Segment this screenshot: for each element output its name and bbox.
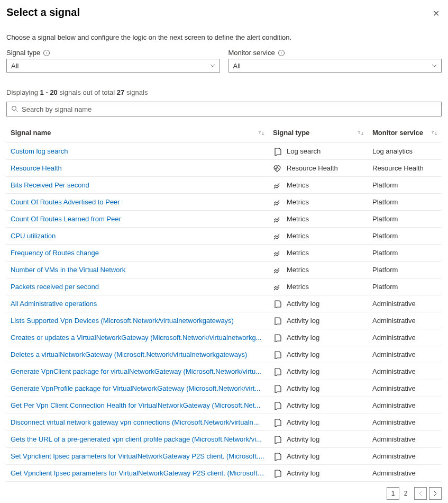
- monitor-service-cell: Administrative: [372, 317, 416, 325]
- table-row: Get Vpnclient Ipsec parameters for Virtu…: [6, 465, 442, 482]
- signal-link[interactable]: Frequency of Routes change: [11, 249, 99, 257]
- signal-link[interactable]: Set Vpnclient Ipsec parameters for Virtu…: [11, 452, 264, 460]
- signal-type-cell: Metrics: [287, 283, 309, 291]
- log-icon: [273, 401, 281, 410]
- signal-link[interactable]: Count Of Routes Advertised to Peer: [11, 198, 120, 206]
- log-icon: [273, 334, 281, 342]
- signal-type-value: All: [11, 62, 19, 70]
- signal-type-cell: Activity log: [287, 452, 319, 460]
- info-icon[interactable]: i: [43, 50, 50, 56]
- signal-link[interactable]: Disconnect virtual network gateway vpn c…: [11, 418, 259, 426]
- signal-link[interactable]: Custom log search: [11, 147, 68, 155]
- signal-link[interactable]: Resource Health: [11, 164, 62, 172]
- sort-icon: [358, 130, 364, 136]
- signal-type-label: Signal type: [6, 49, 40, 57]
- log-icon: [273, 418, 281, 427]
- signal-link[interactable]: Get Vpnclient Ipsec parameters for Virtu…: [11, 469, 264, 477]
- monitor-service-cell: Administrative: [372, 401, 416, 409]
- signal-type-cell: Activity log: [287, 418, 319, 426]
- info-icon[interactable]: i: [278, 50, 285, 56]
- table-row: Resource HealthResource HealthResource H…: [6, 160, 442, 177]
- monitor-service-cell: Administrative: [372, 469, 416, 477]
- table-row: Generate VpnProfile package for VirtualN…: [6, 380, 442, 397]
- column-header-name[interactable]: Signal name: [6, 129, 269, 137]
- table-row: All Administrative operationsActivity lo…: [6, 295, 442, 312]
- signal-link[interactable]: Bits Received Per second: [11, 181, 89, 189]
- column-header-service[interactable]: Monitor service: [368, 129, 442, 137]
- monitor-service-cell: Resource Health: [372, 164, 424, 172]
- monitor-service-cell: Log analytics: [372, 147, 413, 155]
- table-row: Frequency of Routes changeMetricsPlatfor…: [6, 245, 442, 262]
- metric-icon: [273, 249, 281, 257]
- table-row: Number of VMs in the Virtual NetworkMetr…: [6, 262, 442, 279]
- page-1-button[interactable]: 1: [387, 487, 399, 500]
- signal-type-cell: Activity log: [287, 384, 319, 392]
- table-row: Count Of Routes Learned from PeerMetrics…: [6, 211, 442, 228]
- log-icon: [273, 469, 281, 478]
- chevron-down-icon: [432, 64, 437, 67]
- signal-link[interactable]: Generate VpnClient package for virtualNe…: [11, 367, 261, 375]
- signal-type-cell: Activity log: [287, 334, 319, 342]
- signal-type-select[interactable]: All: [6, 59, 220, 73]
- signal-link[interactable]: Generate VpnProfile package for VirtualN…: [11, 384, 260, 392]
- close-button[interactable]: ✕: [431, 6, 442, 21]
- page-prev-button[interactable]: [414, 487, 427, 500]
- signal-link[interactable]: Deletes a virtualNetworkGateway (Microso…: [11, 351, 247, 358]
- search-input[interactable]: [22, 105, 437, 113]
- signal-link[interactable]: CPU utilization: [11, 232, 56, 240]
- monitor-service-cell: Administrative: [372, 300, 416, 308]
- search-input-wrapper[interactable]: [6, 102, 442, 116]
- table-row: Count Of Routes Advertised to PeerMetric…: [6, 194, 442, 211]
- signal-type-cell: Activity log: [287, 401, 319, 409]
- metric-icon: [273, 283, 281, 291]
- monitor-service-cell: Platform: [372, 198, 398, 206]
- signal-link[interactable]: All Administrative operations: [11, 300, 97, 308]
- signal-type-cell: Metrics: [287, 249, 309, 257]
- log-icon: [273, 367, 281, 376]
- log-icon: [273, 435, 281, 444]
- signal-link[interactable]: Gets the URL of a pre-generated vpn clie…: [11, 435, 262, 443]
- table-row: Set Vpnclient Ipsec parameters for Virtu…: [6, 448, 442, 465]
- signal-link[interactable]: Get Per Vpn Client Connection Health for…: [11, 401, 260, 409]
- monitor-service-cell: Platform: [372, 283, 398, 291]
- table-row: Generate VpnClient package for virtualNe…: [6, 363, 442, 380]
- monitor-service-cell: Administrative: [372, 384, 416, 392]
- signal-type-cell: Activity log: [287, 300, 319, 308]
- table-row: CPU utilizationMetricsPlatform: [6, 228, 442, 245]
- monitor-service-value: All: [233, 62, 241, 70]
- signal-link[interactable]: Lists Supported Vpn Devices (Microsoft.N…: [11, 317, 234, 325]
- monitor-service-label: Monitor service: [228, 49, 275, 57]
- monitor-service-select[interactable]: All: [228, 59, 442, 73]
- metric-icon: [273, 215, 281, 223]
- signal-link[interactable]: Packets received per second: [11, 283, 99, 291]
- signal-type-cell: Activity log: [287, 367, 319, 375]
- signal-type-cell: Activity log: [287, 435, 319, 443]
- page-next-button[interactable]: [429, 487, 442, 500]
- table-row: Gets the URL of a pre-generated vpn clie…: [6, 431, 442, 448]
- table-row: Disconnect virtual network gateway vpn c…: [6, 414, 442, 431]
- signal-link[interactable]: Count Of Routes Learned from Peer: [11, 215, 121, 223]
- signal-type-cell: Activity log: [287, 317, 319, 325]
- metric-icon: [273, 181, 281, 190]
- monitor-service-cell: Administrative: [372, 452, 416, 460]
- signal-link[interactable]: Number of VMs in the Virtual Network: [11, 266, 125, 274]
- table-row: Lists Supported Vpn Devices (Microsoft.N…: [6, 312, 442, 329]
- sort-icon: [258, 130, 264, 136]
- monitor-service-cell: Administrative: [372, 334, 416, 342]
- signals-table: Signal name Signal type Monitor service …: [6, 123, 442, 482]
- chevron-down-icon: [210, 64, 215, 67]
- metric-icon: [273, 232, 281, 240]
- signal-type-cell: Log search: [287, 147, 321, 155]
- signal-type-cell: Resource Health: [287, 164, 338, 172]
- log-icon: [273, 384, 281, 393]
- metric-icon: [273, 266, 281, 274]
- monitor-service-cell: Administrative: [372, 367, 416, 375]
- column-header-type[interactable]: Signal type: [269, 129, 368, 137]
- signal-link[interactable]: Creates or updates a VirtualNetworkGatew…: [11, 334, 261, 342]
- panel-subtitle: Choose a signal below and configure the …: [6, 33, 442, 41]
- chevron-left-icon: [418, 491, 423, 496]
- monitor-service-cell: Administrative: [372, 418, 416, 426]
- page-2-button[interactable]: 2: [399, 487, 412, 500]
- panel-title: Select a signal: [6, 6, 80, 19]
- table-row: Creates or updates a VirtualNetworkGatew…: [6, 329, 442, 346]
